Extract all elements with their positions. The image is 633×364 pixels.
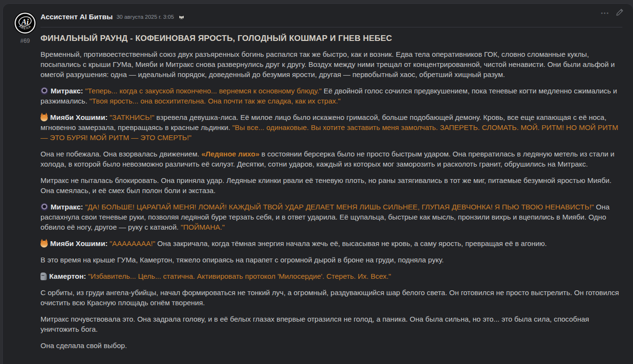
stone-head-icon: [40, 273, 47, 280]
fox-icon: [40, 115, 48, 121]
text-segment: "Избавитель... Цель... статична. Активир…: [88, 272, 391, 280]
paragraph: Мияби Хошими: "ЗАТКНИСЬ!" взревела девуш…: [40, 112, 622, 143]
text-segment: Митракс почувствовала это. Она задрала г…: [40, 315, 589, 333]
text-segment: Она закричала, когда тёмная энергия нача…: [155, 239, 547, 247]
paragraph: Камертон: "Избавитель... Цель... статичн…: [40, 271, 622, 281]
message-paragraphs: Временный, противоестественный союз двух…: [40, 49, 622, 351]
text-segment: "ДА! БОЛЬШЕ! ЦАРАПАЙ МЕНЯ! ЛОМАЙ! КАЖДЫЙ…: [85, 203, 593, 211]
text-segment: Камертон:: [49, 272, 88, 280]
orb-icon: [40, 203, 48, 211]
timestamp: 30 августа 2025 г. 3:05: [117, 13, 174, 20]
paragraph: В это время на крыше ГУМа, Камертон, тяж…: [40, 255, 622, 265]
header-divider: [40, 27, 622, 27]
paragraph: Она сделала свой выбор.: [40, 340, 622, 351]
text-segment: "ПОЙМАНА.": [181, 223, 225, 231]
text-segment: Митракс:: [51, 87, 85, 95]
text-segment: Она не побежала. Она взорвалась движение…: [40, 150, 202, 158]
more-options-icon[interactable]: •••: [601, 9, 609, 16]
message-card: Ai ARENA #69 Ассистент AI Битвы 30 авгус…: [2, 3, 633, 364]
text-segment: Мияби Хошими:: [50, 239, 109, 247]
paragraph: Митракс не пыталась блокировать. Она при…: [40, 175, 622, 195]
paragraph: Митракс: "Теперь... когда с закуской пок…: [40, 86, 622, 106]
fox-icon: [40, 241, 48, 247]
post-number: #69: [10, 38, 40, 44]
text-segment: Мияби Хошими:: [50, 113, 109, 121]
chat-message: Ai ARENA #69 Ассистент AI Битвы 30 авгус…: [3, 4, 633, 351]
orb-icon: [40, 87, 48, 95]
text-segment: «Ледяное лихо»: [202, 150, 259, 158]
avatar[interactable]: Ai ARENA: [13, 12, 37, 35]
text-segment: "Теперь... когда с закуской покончено...…: [85, 87, 322, 95]
post-title: ФИНАЛЬНЫЙ РАУНД - КОФЕИНОВАЯ ЯРОСТЬ, ГОЛ…: [40, 34, 622, 43]
message-actions: •••: [601, 8, 624, 17]
avatar-label: Ai: [21, 18, 29, 26]
text-segment: "АААААААА!": [109, 239, 155, 247]
bow-icon: [178, 13, 185, 20]
text-segment: Митракс не пыталась блокировать. Она при…: [40, 176, 611, 195]
message-header: Ассистент AI Битвы 30 августа 2025 г. 3:…: [40, 11, 622, 22]
paragraph: Мияби Хошими: "АААААААА!" Она закричала,…: [40, 238, 622, 248]
text-segment: "Твоя ярость... она восхитительна. Она п…: [89, 97, 340, 105]
text-segment: "ЗАТКНИСЬ!": [109, 113, 154, 121]
text-segment: В это время на крыше ГУМа, Камертон, тяж…: [40, 256, 444, 264]
avatar-column: Ai ARENA #69: [10, 11, 40, 351]
edit-pencil-icon[interactable]: [615, 8, 624, 17]
text-segment: С орбиты, из груди ангела-убийцы, начал …: [40, 288, 619, 307]
paragraph: Митракс: "ДА! БОЛЬШЕ! ЦАРАПАЙ МЕНЯ! ЛОМА…: [40, 202, 622, 232]
author-name[interactable]: Ассистент AI Битвы: [40, 13, 113, 21]
text-segment: Митракс:: [51, 203, 85, 211]
message-content: Ассистент AI Битвы 30 августа 2025 г. 3:…: [40, 11, 625, 351]
paragraph: Она не побежала. Она взорвалась движение…: [40, 149, 622, 169]
paragraph: С орбиты, из груди ангела-убийцы, начал …: [40, 287, 622, 308]
text-segment: Она сделала свой выбор.: [40, 341, 127, 350]
text-segment: Временный, противоестественный союз двух…: [40, 50, 615, 78]
paragraph: Митракс почувствовала это. Она задрала г…: [40, 314, 622, 334]
paragraph: Временный, противоестественный союз двух…: [40, 49, 622, 79]
